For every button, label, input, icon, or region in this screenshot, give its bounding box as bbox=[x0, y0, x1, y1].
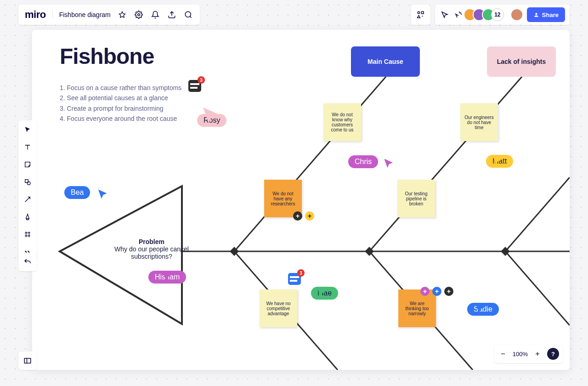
sticky-note[interactable]: We do not know why customers come to us bbox=[323, 103, 361, 141]
problem-text: Why do our people cancel subscriptions? bbox=[114, 245, 189, 260]
user-cursor-mae: Mae bbox=[305, 285, 338, 300]
zoom-controls: 100% ? bbox=[494, 345, 563, 363]
user-label: Bea bbox=[64, 186, 90, 199]
toolbox bbox=[18, 120, 37, 261]
svg-rect-5 bbox=[421, 11, 424, 14]
add-icon[interactable]: + bbox=[420, 287, 430, 296]
search-icon[interactable] bbox=[183, 10, 193, 20]
comment-badge: 3 bbox=[198, 76, 205, 84]
guidance-list: 1. Focus on a cause rather than symptoms… bbox=[60, 83, 181, 124]
add-icon[interactable]: + bbox=[444, 287, 453, 296]
list-item: 2. See all potential causes at a glance bbox=[60, 93, 181, 103]
settings-icon[interactable] bbox=[134, 10, 144, 20]
share-button[interactable]: Share bbox=[527, 7, 565, 22]
select-tool[interactable] bbox=[21, 123, 34, 136]
svg-marker-0 bbox=[119, 11, 125, 17]
svg-point-4 bbox=[418, 11, 420, 14]
export-icon[interactable] bbox=[167, 10, 177, 20]
pen-tool[interactable] bbox=[21, 210, 34, 223]
sticky-note[interactable]: We have no competitive advantage bbox=[260, 290, 297, 327]
avatar-stack[interactable]: 12 bbox=[467, 8, 504, 21]
add-icon[interactable]: + bbox=[293, 211, 302, 221]
svg-line-3 bbox=[190, 16, 191, 17]
zoom-level: 100% bbox=[513, 351, 528, 358]
user-cursor-bea: Bea bbox=[64, 186, 90, 199]
shapes-icon: + bbox=[416, 10, 426, 20]
help-icon[interactable]: ? bbox=[547, 348, 559, 360]
page-title: Fishbone bbox=[60, 44, 181, 69]
sticky-tool[interactable] bbox=[21, 158, 34, 171]
sticky-note[interactable]: We are thinking too narrowly bbox=[398, 290, 436, 327]
user-cursor-chris: Chris bbox=[348, 155, 378, 168]
reactions-icon[interactable] bbox=[453, 10, 464, 20]
undo-button[interactable] bbox=[18, 253, 37, 271]
add-icon[interactable]: + bbox=[432, 287, 441, 296]
share-label: Share bbox=[542, 11, 559, 18]
svg-line-18 bbox=[505, 251, 570, 325]
list-item: 4. Focus everyone around the root cause bbox=[60, 114, 181, 124]
bell-icon[interactable] bbox=[150, 10, 160, 20]
svg-rect-10 bbox=[24, 358, 31, 363]
avatar-count: 12 bbox=[491, 8, 504, 21]
collab-chip: 12 Share bbox=[435, 5, 570, 25]
logo[interactable]: miro bbox=[25, 9, 46, 21]
list-item: 1. Focus on a cause rather than symptoms bbox=[60, 83, 181, 93]
board-title[interactable]: Fishbone diagram bbox=[52, 11, 111, 18]
frame-tool[interactable] bbox=[21, 228, 34, 241]
svg-point-9 bbox=[27, 182, 30, 185]
user-cursor-hisham: Hisham bbox=[148, 269, 186, 284]
sticky-note[interactable]: Our engineers do not have time bbox=[460, 103, 498, 141]
svg-point-2 bbox=[185, 11, 191, 17]
comment-badge: 3 bbox=[297, 269, 305, 277]
avatar-self[interactable] bbox=[510, 8, 523, 21]
comment-icon[interactable]: 3 bbox=[188, 80, 201, 92]
comment-icon[interactable]: 3 bbox=[288, 273, 301, 285]
panel-toggle[interactable] bbox=[18, 352, 37, 370]
svg-point-1 bbox=[138, 14, 140, 16]
zoom-in-icon[interactable] bbox=[532, 349, 543, 359]
user-cursor-rosy: Rosy bbox=[194, 105, 226, 127]
cause-insights[interactable]: Lack of insights bbox=[487, 46, 556, 77]
pointer-icon[interactable] bbox=[440, 10, 450, 20]
add-icon[interactable]: + bbox=[305, 211, 314, 221]
svg-text:+: + bbox=[421, 14, 424, 18]
apps-chip[interactable]: + bbox=[411, 5, 430, 25]
problem-heading: Problem bbox=[139, 238, 164, 245]
star-icon[interactable] bbox=[117, 10, 127, 20]
zoom-out-icon[interactable] bbox=[498, 349, 508, 359]
canvas[interactable]: Fishbone 1. Focus on a cause rather than… bbox=[32, 30, 570, 370]
svg-marker-6 bbox=[417, 16, 420, 18]
cause-main[interactable]: Main Cause bbox=[351, 46, 420, 77]
problem-block[interactable]: Problem Why do our people cancel subscri… bbox=[101, 238, 202, 260]
svg-line-19 bbox=[505, 177, 570, 251]
list-item: 3. Create a prompt for brainstorming bbox=[60, 103, 181, 114]
sticky-note[interactable]: Our testing pipeline is broken bbox=[397, 180, 435, 217]
shape-tool[interactable] bbox=[21, 176, 34, 188]
arrow-tool[interactable] bbox=[21, 193, 34, 206]
user-cursor-sadie: Sadie bbox=[462, 301, 499, 316]
text-tool[interactable] bbox=[21, 141, 34, 153]
user-cursor-matt: Matt bbox=[481, 153, 513, 168]
